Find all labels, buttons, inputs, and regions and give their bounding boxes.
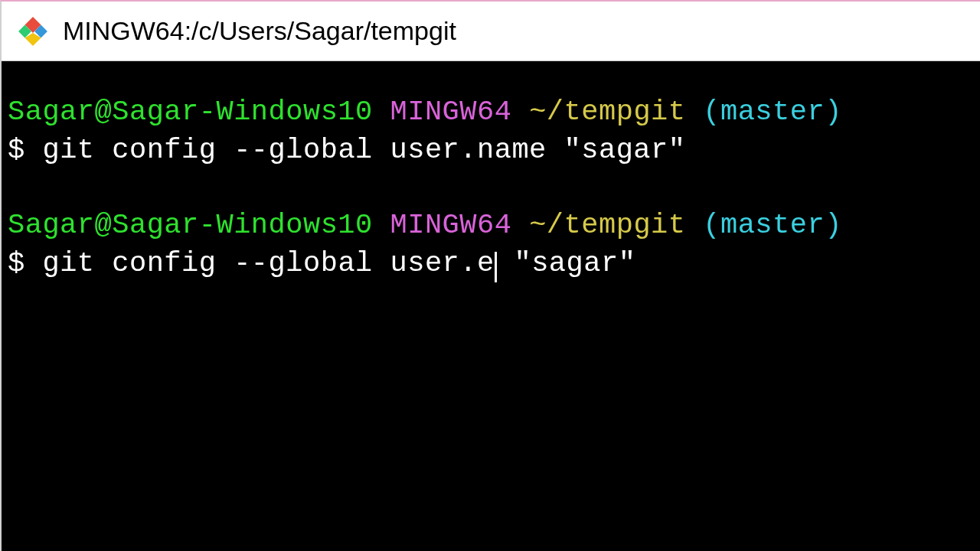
command-line-active[interactable]: $ git config --global user.e "sagar" [8,245,980,283]
prompt-line: Sagar@Sagar-Windows10 MINGW64 ~/tempgit … [8,207,980,245]
text-cursor [495,252,497,282]
window-titlebar[interactable]: MINGW64:/c/Users/Sagar/tempgit [2,2,980,61]
user-host: Sagar@Sagar-Windows10 [8,96,373,128]
terminal-body[interactable]: Sagar@Sagar-Windows10 MINGW64 ~/tempgit … [2,61,980,551]
command-line: $ git config --global user.name "sagar" [8,132,980,170]
command-text: git config --global user.name "sagar" [42,134,685,166]
git-branch: (master) [703,209,842,241]
env-name: MINGW64 [390,209,512,241]
prompt-line: Sagar@Sagar-Windows10 MINGW64 ~/tempgit … [8,93,980,132]
window-title: MINGW64:/c/Users/Sagar/tempgit [63,16,456,46]
prompt-symbol: $ [8,247,42,279]
command-text-after-cursor: "sagar" [497,247,636,279]
cwd-path: ~/tempgit [529,209,685,241]
command-text-before-cursor: git config --global user.e [42,247,494,279]
mingw-icon [17,15,49,47]
prompt-symbol: $ [8,134,42,166]
git-branch: (master) [703,96,842,128]
env-name: MINGW64 [390,96,512,128]
user-host: Sagar@Sagar-Windows10 [8,209,373,241]
cwd-path: ~/tempgit [529,96,685,128]
